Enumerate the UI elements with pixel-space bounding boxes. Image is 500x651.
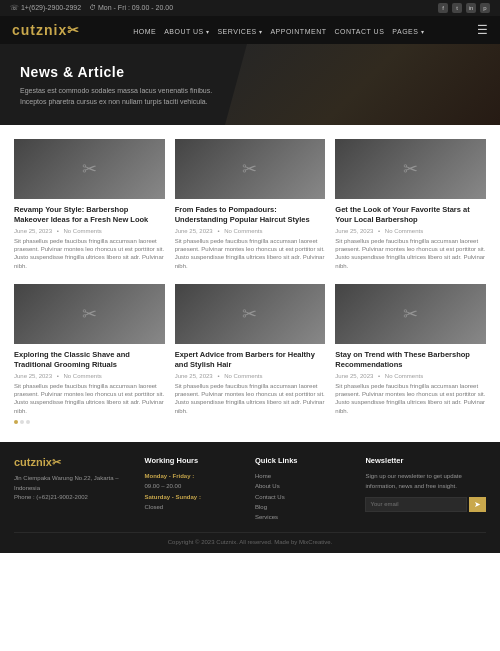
article-card: ✂ Exploring the Classic Shave and Tradit… [14, 284, 165, 428]
footer-address: Jln Ciempaka Warung No.22, Jakarta – Ind… [14, 474, 135, 503]
linkedin-icon[interactable]: in [466, 3, 476, 13]
article-image: ✂ [14, 284, 165, 344]
footer: cutznix✂ Jln Ciempaka Warung No.22, Jaka… [0, 442, 500, 553]
nav-contact[interactable]: Contact Us [334, 28, 384, 35]
article-body: Get the Look of Your Favorite Stars at Y… [335, 199, 486, 274]
article-title[interactable]: Revamp Your Style: Barbershop Makeover I… [14, 205, 165, 225]
footer-link-blog[interactable]: Blog [255, 502, 355, 512]
article-title[interactable]: Stay on Trend with These Barbershop Reco… [335, 350, 486, 370]
menu-icon[interactable]: ☰ [477, 23, 488, 37]
copyright-text: Copyright © 2023 Cutznix. All reserved. … [168, 539, 333, 545]
article-comments: No Comments [385, 228, 423, 234]
footer-quick-links-title: Quick Links [255, 456, 355, 465]
footer-hours-title: Working Hours [145, 456, 245, 465]
dot [26, 420, 30, 424]
weekend-hours: Closed [145, 502, 245, 512]
article-image: ✂ [335, 284, 486, 344]
article-meta: June 25, 2023 • No Comments [14, 373, 165, 379]
barber-icon: ✂ [242, 303, 257, 325]
article-title[interactable]: From Fades to Pompadours: Understanding … [175, 205, 326, 225]
article-separator: • [217, 228, 219, 234]
article-meta: June 25, 2023 • No Comments [14, 228, 165, 234]
pinterest-icon[interactable]: p [480, 3, 490, 13]
article-date: June 25, 2023 [335, 373, 373, 379]
nav-home[interactable]: Home [133, 28, 156, 35]
weekdays-hours: 09.00 – 20.00 [145, 481, 245, 491]
article-separator: • [378, 373, 380, 379]
article-body: Revamp Your Style: Barbershop Makeover I… [14, 199, 165, 274]
footer-logo: cutznix✂ [14, 456, 135, 469]
article-comments: No Comments [224, 373, 262, 379]
twitter-icon[interactable]: t [452, 3, 462, 13]
nav-appointment[interactable]: Appointment [270, 28, 326, 35]
article-image: ✂ [14, 139, 165, 199]
nav-pages[interactable]: Pages [392, 28, 424, 35]
article-card: ✂ Get the Look of Your Favorite Stars at… [335, 139, 486, 274]
article-comments: No Comments [64, 373, 102, 379]
dot-active [14, 420, 18, 424]
dot [20, 420, 24, 424]
footer-about: cutznix✂ Jln Ciempaka Warung No.22, Jaka… [14, 456, 135, 522]
article-excerpt: Sit phasellus pede faucibus fringilla ac… [14, 382, 165, 416]
articles-grid: ✂ Revamp Your Style: Barbershop Makeover… [14, 139, 486, 428]
article-card: ✂ Revamp Your Style: Barbershop Makeover… [14, 139, 165, 274]
footer-link-services[interactable]: Services [255, 512, 355, 522]
newsletter-form: ➤ [365, 497, 486, 512]
nav-about[interactable]: About Us [164, 28, 209, 35]
hours-text: ⏱ Mon - Fri : 09.00 - 20.00 [89, 4, 173, 12]
article-excerpt: Sit phasellus pede faucibus fringilla ac… [335, 382, 486, 416]
article-card: ✂ Expert Advice from Barbers for Healthy… [175, 284, 326, 428]
article-comments: No Comments [224, 228, 262, 234]
nav-links: Home About Us Services Appointment Conta… [133, 25, 424, 36]
social-links[interactable]: f t in p [438, 3, 490, 13]
newsletter-submit-button[interactable]: ➤ [469, 497, 486, 512]
weekdays-label: Monday - Friday : [145, 471, 245, 481]
newsletter-text: Sign up our newsletter to get update inf… [365, 471, 486, 491]
barber-icon: ✂ [82, 303, 97, 325]
hero-description: Egestas est commodo sodales massa lacus … [20, 86, 220, 107]
article-title[interactable]: Get the Look of Your Favorite Stars at Y… [335, 205, 486, 225]
article-body: Expert Advice from Barbers for Healthy a… [175, 344, 326, 419]
article-meta: June 25, 2023 • No Comments [175, 228, 326, 234]
article-date: June 25, 2023 [175, 228, 213, 234]
article-meta: June 25, 2023 • No Comments [175, 373, 326, 379]
nav-services[interactable]: Services [217, 28, 262, 35]
article-separator: • [57, 228, 59, 234]
article-meta: June 25, 2023 • No Comments [335, 373, 486, 379]
facebook-icon[interactable]: f [438, 3, 448, 13]
article-title[interactable]: Expert Advice from Barbers for Healthy a… [175, 350, 326, 370]
article-separator: • [57, 373, 59, 379]
logo[interactable]: cutznix✂ [12, 22, 80, 38]
navbar: cutznix✂ Home About Us Services Appointm… [0, 16, 500, 44]
footer-link-about[interactable]: About Us [255, 481, 355, 491]
article-excerpt: Sit phasellus pede faucibus fringilla ac… [175, 382, 326, 416]
weekend-label: Saturday - Sunday : [145, 492, 245, 502]
article-body: Stay on Trend with These Barbershop Reco… [335, 344, 486, 419]
article-image: ✂ [175, 139, 326, 199]
article-card: ✂ From Fades to Pompadours: Understandin… [175, 139, 326, 274]
article-separator: • [217, 373, 219, 379]
hero-background [225, 44, 500, 125]
barber-icon: ✂ [403, 158, 418, 180]
article-excerpt: Sit phasellus pede faucibus fringilla ac… [335, 237, 486, 271]
article-comments: No Comments [64, 228, 102, 234]
footer-quick-links: Quick Links Home About Us Contact Us Blo… [255, 456, 355, 522]
footer-newsletter: Newsletter Sign up our newsletter to get… [365, 456, 486, 522]
article-title[interactable]: Exploring the Classic Shave and Traditio… [14, 350, 165, 370]
footer-grid: cutznix✂ Jln Ciempaka Warung No.22, Jaka… [14, 456, 486, 522]
article-date: June 25, 2023 [175, 373, 213, 379]
hero-content: News & Article Egestas est commodo sodal… [20, 64, 220, 107]
article-image: ✂ [175, 284, 326, 344]
article-excerpt: Sit phasellus pede faucibus fringilla ac… [14, 237, 165, 271]
footer-newsletter-title: Newsletter [365, 456, 486, 465]
footer-hours: Working Hours Monday - Friday : 09.00 – … [145, 456, 245, 522]
article-date: June 25, 2023 [14, 373, 52, 379]
newsletter-input[interactable] [365, 497, 467, 512]
article-date: June 25, 2023 [335, 228, 373, 234]
article-meta: June 25, 2023 • No Comments [335, 228, 486, 234]
footer-link-home[interactable]: Home [255, 471, 355, 481]
footer-link-contact[interactable]: Contact Us [255, 492, 355, 502]
barber-icon: ✂ [82, 158, 97, 180]
articles-section: ✂ Revamp Your Style: Barbershop Makeover… [0, 125, 500, 442]
phone-text: ☏ 1+(629)-2900-2992 [10, 4, 81, 12]
